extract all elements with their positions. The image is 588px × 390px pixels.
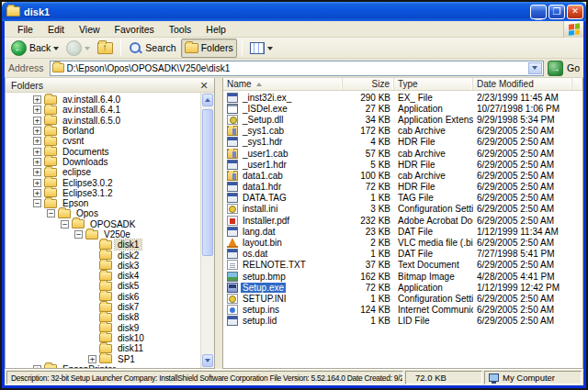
- file-name-cell[interactable]: _Setup.dll: [223, 115, 343, 125]
- tree-item-oposadk[interactable]: −OPOSADK: [6, 219, 200, 229]
- file-row[interactable]: RELNOTE.TXT37 KBText Document6/29/2005 2…: [223, 260, 582, 271]
- menu-item-file[interactable]: File: [10, 22, 40, 37]
- menu-item-edit[interactable]: Edit: [40, 22, 72, 37]
- tree-scrollbar[interactable]: [200, 93, 214, 368]
- file-name-cell[interactable]: _inst32i.ex_: [223, 93, 343, 103]
- tree-item-av.install.6.4.1[interactable]: +av.install.6.4.1: [6, 105, 200, 115]
- tree-item-av.install.6.4.0[interactable]: +av.install.6.4.0: [6, 95, 200, 105]
- file-row[interactable]: layout.bin2 KBVLC media file (.bin)6/29/…: [223, 237, 582, 248]
- scroll-up-button[interactable]: [202, 94, 213, 106]
- file-row[interactable]: _ISDel.exe27 KBApplication10/27/1998 1:0…: [223, 103, 582, 114]
- file-row[interactable]: _user1.hdr5 KBHDR File6/29/2005 2:50 AM: [223, 159, 582, 170]
- back-button[interactable]: ← Back: [8, 39, 62, 58]
- back-dropdown-icon[interactable]: [53, 47, 59, 53]
- expand-plus-icon[interactable]: +: [33, 117, 41, 125]
- views-button[interactable]: [247, 39, 276, 58]
- file-name-cell[interactable]: data1.cab: [223, 171, 343, 181]
- menu-item-help[interactable]: Help: [198, 22, 233, 37]
- file-row[interactable]: DATA.TAG1 KBTAG File6/29/2005 2:50 AM: [223, 193, 582, 204]
- tree-item-downloads[interactable]: +Downloads: [6, 157, 200, 167]
- forward-button[interactable]: →: [63, 39, 93, 58]
- menu-item-tools[interactable]: Tools: [162, 22, 199, 37]
- file-row[interactable]: SETUP.INI1 KBConfiguration Settings6/29/…: [223, 293, 582, 304]
- column-header-size[interactable]: Size: [343, 78, 394, 90]
- file-name-cell[interactable]: _user1.cab: [223, 149, 343, 159]
- expand-plus-icon[interactable]: +: [33, 158, 41, 166]
- tree-item-borland[interactable]: +Borland: [6, 126, 200, 136]
- tree-item-eclipse[interactable]: +eclipse: [6, 167, 200, 177]
- tree-item-sp1[interactable]: +SP1: [6, 353, 200, 363]
- file-name-cell[interactable]: SETUP.INI: [223, 294, 343, 304]
- tree-item-epson[interactable]: −Epson: [6, 198, 200, 208]
- expand-plus-icon[interactable]: +: [33, 365, 41, 368]
- scrollbar-thumb[interactable]: [202, 109, 213, 256]
- file-name-cell[interactable]: setup.bmp: [223, 272, 343, 282]
- file-row[interactable]: _inst32i.ex_290 KBEX_ File2/23/1999 11:4…: [223, 92, 582, 103]
- file-name-cell[interactable]: DATA.TAG: [223, 193, 343, 203]
- file-name-cell[interactable]: setup.ins: [223, 305, 343, 315]
- go-button[interactable]: →: [548, 61, 563, 76]
- file-row[interactable]: data1.hdr72 KBHDR File6/29/2005 2:50 AM: [223, 182, 582, 193]
- expand-plus-icon[interactable]: +: [33, 106, 41, 114]
- file-row[interactable]: setup.lid1 KBLID File6/29/2005 2:50 AM: [223, 316, 582, 327]
- file-row[interactable]: _sys1.hdr4 KBHDR File6/29/2005 2:50 AM: [223, 137, 582, 148]
- expand-plus-icon[interactable]: +: [33, 95, 41, 104]
- file-row[interactable]: setup.bmp162 KBBitmap Image4/28/2005 4:4…: [223, 271, 582, 282]
- file-name-cell[interactable]: Setup.exe: [223, 283, 343, 293]
- file-row[interactable]: os.dat1 KBDAT File7/27/1998 5:41 PM: [223, 249, 582, 260]
- collapse-minus-icon[interactable]: −: [47, 209, 55, 217]
- file-row[interactable]: Setup.exe72 KBApplication1/12/1999 12:42…: [223, 282, 582, 293]
- close-folders-panel-icon[interactable]: ✕: [198, 80, 210, 91]
- folders-button[interactable]: Folders: [181, 39, 237, 58]
- expand-plus-icon[interactable]: +: [33, 189, 41, 197]
- expand-plus-icon[interactable]: +: [88, 355, 96, 363]
- collapse-minus-icon[interactable]: −: [74, 230, 83, 239]
- menu-item-view[interactable]: View: [72, 22, 107, 37]
- title-bar[interactable]: disk1 ▁ ❐ ✕: [2, 2, 586, 21]
- tree-item-epsonprinter[interactable]: +EpsonPrinter: [6, 364, 200, 368]
- file-row[interactable]: Installer.pdf232 KBAdobe Acrobat Doc...6…: [223, 215, 582, 226]
- tree-item-documents[interactable]: +Documents: [6, 146, 200, 156]
- file-name-cell[interactable]: RELNOTE.TXT: [223, 260, 343, 270]
- file-row[interactable]: _sys1.cab172 KBcab Archive6/29/2005 2:50…: [223, 126, 582, 137]
- address-dropdown-button[interactable]: [528, 62, 542, 74]
- file-name-cell[interactable]: _user1.hdr: [223, 160, 343, 170]
- file-row[interactable]: _Setup.dll34 KBApplication Extension9/29…: [223, 114, 582, 125]
- column-header-date-modified[interactable]: Date Modified: [473, 78, 572, 90]
- search-button[interactable]: Search: [126, 39, 178, 58]
- menu-item-favorites[interactable]: Favorites: [107, 22, 162, 37]
- file-name-cell[interactable]: setup.lid: [223, 316, 343, 326]
- minimize-button[interactable]: ▁: [530, 5, 547, 19]
- file-row[interactable]: install.ini3 KBConfiguration Settings6/2…: [223, 204, 582, 215]
- file-name-cell[interactable]: Installer.pdf: [223, 216, 343, 226]
- tree-item-opos[interactable]: −Opos: [6, 208, 200, 218]
- collapse-minus-icon[interactable]: −: [33, 199, 41, 207]
- tree-item-eclipse3.1.2[interactable]: +Eclipse3.1.2: [6, 188, 200, 198]
- expand-plus-icon[interactable]: +: [33, 127, 41, 135]
- file-name-cell[interactable]: layout.bin: [223, 238, 343, 248]
- tree-item-eclipse3.0.2[interactable]: +Eclipse3.0.2: [6, 177, 200, 187]
- tree-item-cvsnt[interactable]: +cvsnt: [6, 136, 200, 146]
- expand-plus-icon[interactable]: +: [33, 179, 41, 187]
- expand-plus-icon[interactable]: +: [33, 148, 41, 156]
- address-input[interactable]: D:\Epson\Opos\OPOSADK\V250e\disk1: [50, 61, 544, 76]
- file-row[interactable]: data1.cab100 KBcab Archive6/29/2005 2:50…: [223, 170, 582, 181]
- column-header-type[interactable]: Type: [394, 78, 473, 90]
- file-row[interactable]: _user1.cab57 KBcab Archive6/29/2005 2:50…: [223, 148, 582, 159]
- file-name-cell[interactable]: lang.dat: [223, 227, 343, 237]
- maximize-button[interactable]: ❐: [548, 5, 565, 19]
- file-name-cell[interactable]: _ISDel.exe: [223, 104, 343, 114]
- panel-divider[interactable]: [215, 78, 222, 369]
- column-header-name[interactable]: Name: [223, 78, 343, 90]
- close-button[interactable]: ✕: [567, 5, 583, 19]
- expand-plus-icon[interactable]: +: [33, 168, 41, 176]
- collapse-minus-icon[interactable]: −: [61, 220, 69, 228]
- file-name-cell[interactable]: os.dat: [223, 249, 343, 259]
- tree-item-av.install.6.5.0[interactable]: +av.install.6.5.0: [6, 116, 200, 126]
- scroll-down-button[interactable]: [202, 354, 213, 367]
- file-name-cell[interactable]: data1.hdr: [223, 182, 343, 192]
- up-button[interactable]: [95, 39, 116, 58]
- file-row[interactable]: lang.dat23 KBDAT File1/12/1999 11:34 AM: [223, 226, 582, 237]
- file-row[interactable]: setup.ins124 KBInternet Communic...6/29/…: [223, 305, 582, 316]
- file-name-cell[interactable]: install.ini: [223, 204, 343, 214]
